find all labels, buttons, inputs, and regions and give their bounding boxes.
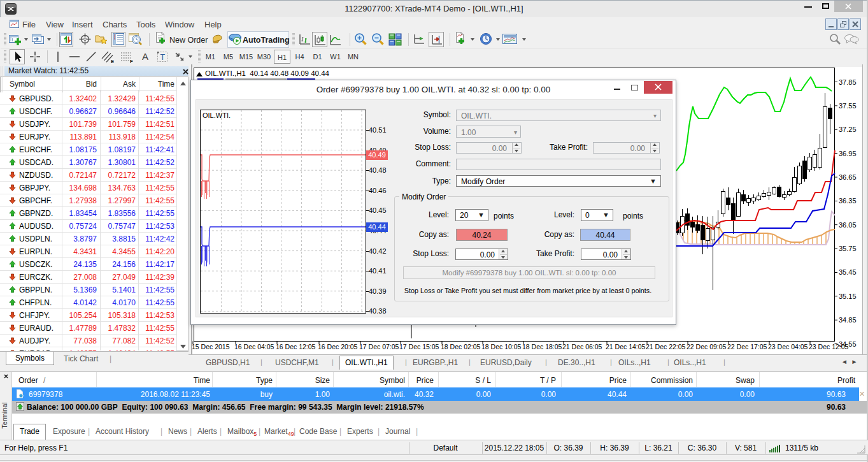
svg-text:T: T — [160, 53, 166, 62]
svg-text:A: A — [142, 51, 148, 62]
svg-text:E: E — [111, 59, 114, 64]
svg-text:F: F — [130, 59, 133, 64]
